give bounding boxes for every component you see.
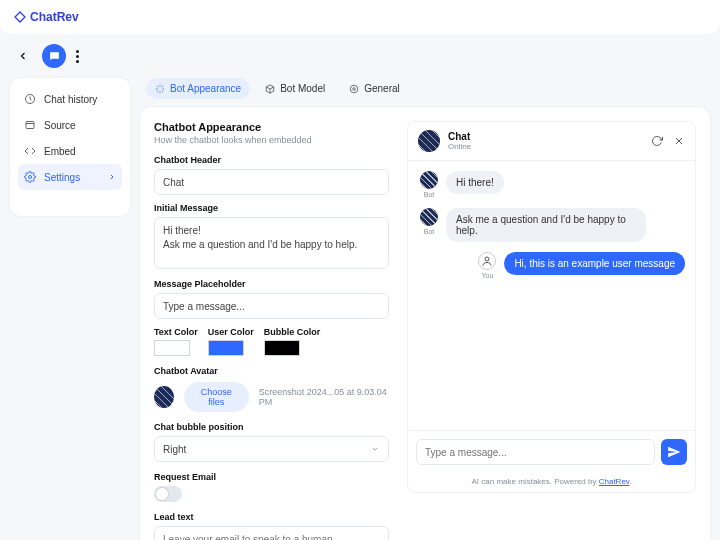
history-icon [24, 93, 36, 105]
preview-title: Chat [448, 132, 471, 142]
choose-files-button[interactable]: Choose files [184, 382, 249, 412]
message-placeholder-input[interactable] [154, 293, 389, 319]
label-bubble-position: Chat bubble position [154, 422, 389, 432]
avatar-preview [154, 386, 174, 408]
send-button[interactable] [661, 439, 687, 465]
brand-name: ChatRev [30, 10, 79, 24]
bubble-color-swatch[interactable] [264, 340, 300, 356]
user-avatar-icon [478, 252, 496, 270]
user-message: Hi, this is an example user message [504, 252, 685, 275]
sidebar-item-label: Source [44, 120, 76, 131]
send-icon [667, 445, 681, 459]
bot-avatar-icon [420, 171, 438, 189]
tab-bot-model[interactable]: Bot Model [256, 78, 334, 99]
sender-label: Bot [424, 228, 435, 235]
sidebar-item-chat-history[interactable]: Chat history [18, 86, 122, 112]
refresh-icon[interactable] [651, 135, 663, 147]
chat-bubble-icon [48, 50, 61, 63]
logo-diamond-icon [14, 11, 26, 23]
initial-message-input[interactable] [154, 217, 389, 269]
back-button[interactable] [14, 47, 32, 65]
request-email-toggle[interactable] [154, 486, 182, 502]
source-icon [24, 119, 36, 131]
text-color-swatch[interactable] [154, 340, 190, 356]
bot-avatar-icon [420, 208, 438, 226]
powered-by-link[interactable]: ChatRev [599, 477, 630, 486]
code-icon [24, 145, 36, 157]
sender-label: You [481, 272, 493, 279]
label-text-color: Text Color [154, 327, 198, 337]
chatbot-icon-button[interactable] [42, 44, 66, 68]
label-lead-text: Lead text [154, 512, 389, 522]
sidebar-item-source[interactable]: Source [18, 112, 122, 138]
sender-label: Bot [424, 191, 435, 198]
bot-message: Hi there! [446, 171, 504, 194]
chosen-file-name: Screenshot 2024...05 at 9.03.04 PM [259, 387, 389, 407]
svg-point-5 [350, 85, 358, 93]
more-menu-button[interactable] [76, 50, 79, 63]
label-bubble-color: Bubble Color [264, 327, 321, 337]
chevron-right-icon [108, 172, 116, 183]
section-title: Chatbot Appearance [154, 121, 389, 133]
label-request-email: Request Email [154, 472, 389, 482]
svg-rect-1 [26, 122, 34, 129]
user-color-swatch[interactable] [208, 340, 244, 356]
chevron-left-icon [17, 50, 29, 62]
sidebar: Chat history Source Embed Settings [10, 78, 130, 216]
label-user-color: User Color [208, 327, 254, 337]
bubble-position-select[interactable]: Right [154, 436, 389, 462]
lead-text-input[interactable] [154, 526, 389, 540]
sidebar-item-embed[interactable]: Embed [18, 138, 122, 164]
brand-logo[interactable]: ChatRev [14, 10, 79, 24]
preview-avatar [418, 130, 440, 152]
tabs: Bot Appearance Bot Model General [140, 78, 710, 107]
tab-label: Bot Model [280, 83, 325, 94]
bubble-position-value: Right [163, 444, 186, 455]
tab-label: General [364, 83, 400, 94]
label-chatbot-header: Chatbot Header [154, 155, 389, 165]
sidebar-item-label: Settings [44, 172, 80, 183]
appearance-form: Chatbot Appearance How the chatbot looks… [154, 121, 389, 540]
tab-general[interactable]: General [340, 78, 409, 99]
chevron-down-icon [370, 444, 380, 454]
bot-message: Ask me a question and I'd be happy to he… [446, 208, 646, 242]
chatbot-header-input[interactable] [154, 169, 389, 195]
chat-preview: Chat Online Bot Hi there! [407, 121, 696, 493]
sidebar-item-settings[interactable]: Settings [18, 164, 122, 190]
close-icon[interactable] [673, 135, 685, 147]
sidebar-item-label: Chat history [44, 94, 97, 105]
cube-icon [265, 84, 275, 94]
tab-bot-appearance[interactable]: Bot Appearance [146, 78, 250, 99]
label-initial-message: Initial Message [154, 203, 389, 213]
sparkle-icon [155, 84, 165, 94]
svg-point-4 [353, 87, 356, 90]
svg-point-3 [29, 176, 32, 179]
sidebar-item-label: Embed [44, 146, 76, 157]
label-message-placeholder: Message Placeholder [154, 279, 389, 289]
label-chatbot-avatar: Chatbot Avatar [154, 366, 389, 376]
settings-icon [349, 84, 359, 94]
gear-icon [24, 171, 36, 183]
section-subtitle: How the chatbot looks when embedded [154, 135, 389, 145]
preview-footer: AI can make mistakes. Powered by ChatRev… [408, 473, 695, 492]
svg-point-8 [485, 257, 489, 261]
preview-status: Online [448, 142, 471, 151]
preview-message-input[interactable] [416, 439, 655, 465]
tab-label: Bot Appearance [170, 83, 241, 94]
